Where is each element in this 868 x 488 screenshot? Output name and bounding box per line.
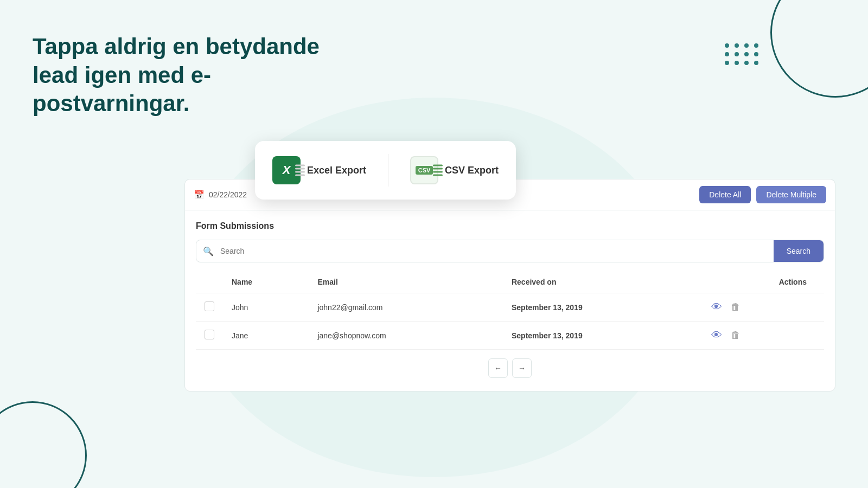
excel-lines-decoration [295,165,305,176]
row-checkbox-cell [196,322,223,350]
row-name: Jane [223,322,309,350]
col-header-received-on: Received on [503,271,703,293]
col-header-name: Name [223,271,309,293]
csv-export-option[interactable]: CSV CSV Export [410,156,499,184]
search-input[interactable] [220,240,774,262]
row-received-on: September 13, 2019 [503,293,703,322]
calendar-icon: 📅 [194,190,205,200]
pagination-prev-button[interactable]: ← [488,358,508,378]
col-header-actions: Actions [703,271,824,293]
page-heading: Tappa aldrig en betydande lead igen med … [33,33,358,118]
table-row: John john22@gmail.com September 13, 2019… [196,293,824,322]
view-icon[interactable]: 👁 [711,329,722,342]
row-received-on: September 13, 2019 [503,322,703,350]
row-email: john22@gmail.com [309,293,503,322]
delete-icon[interactable]: 🗑 [731,301,741,313]
form-panel: Form Submissions 🔍 Search Name Email [184,210,835,391]
bg-circle-bottom-left [0,401,87,488]
search-icon: 🔍 [196,246,220,256]
row-email: jane@shopnow.com [309,322,503,350]
delete-multiple-button[interactable]: Delete Multiple [756,186,826,203]
excel-export-option[interactable]: X Excel Export [272,156,366,184]
csv-lines-decoration [433,165,443,176]
toolbar-right: Delete All Delete Multiple [699,186,826,203]
delete-all-button[interactable]: Delete All [699,186,751,203]
date-display: 02/22/2022 [209,190,247,199]
form-panel-title: Form Submissions [196,221,824,231]
csv-export-label: CSV Export [445,165,499,176]
heading-line1: Tappa aldrig en betydande lead igen med … [33,34,320,88]
row-actions: 👁 🗑 [703,322,824,350]
main-content: X Excel Export CSV [184,141,835,391]
row-actions: 👁 🗑 [703,293,824,322]
search-bar: 🔍 Search [196,240,824,262]
col-header-checkbox [196,271,223,293]
table-header-row: Name Email Received on Actions [196,271,824,293]
pagination-next-button[interactable]: → [512,358,532,378]
table-row: Jane jane@shopnow.com September 13, 2019… [196,322,824,350]
row-checkbox[interactable] [205,330,214,339]
toolbar-left: 📅 02/22/2022 [194,190,247,200]
search-button[interactable]: Search [774,240,824,262]
view-icon[interactable]: 👁 [711,301,722,313]
heading-line2: postvarningar. [33,91,189,116]
row-checkbox-cell [196,293,223,322]
pagination: ← → [196,350,824,380]
dot-grid-decoration [725,43,760,65]
popup-divider [388,154,388,187]
excel-export-label: Excel Export [307,165,366,176]
row-checkbox[interactable] [205,301,214,311]
export-popup: X Excel Export CSV [255,141,516,200]
submissions-table: Name Email Received on Actions [196,271,824,350]
bg-circle-top-right [770,0,868,98]
col-header-email: Email [309,271,503,293]
row-name: John [223,293,309,322]
delete-icon[interactable]: 🗑 [731,330,741,341]
